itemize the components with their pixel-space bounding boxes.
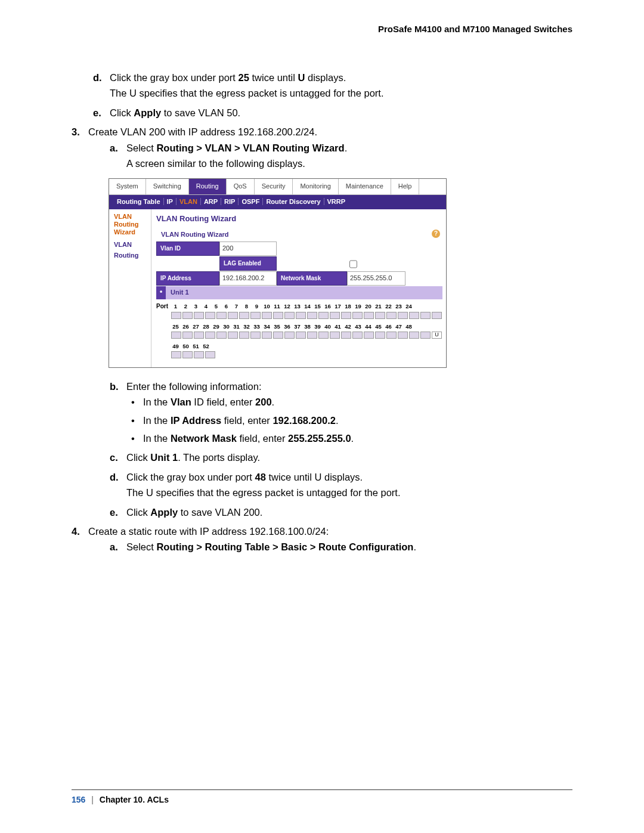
port-box-48[interactable]: U [432, 332, 442, 339]
subnav-vrrp[interactable]: VRRP [324, 198, 349, 205]
port-box-45[interactable] [398, 332, 408, 339]
port-box-3[interactable] [194, 312, 204, 319]
port-box-23[interactable] [420, 312, 431, 319]
ip-address-input[interactable]: 192.168.200.2 [219, 271, 277, 286]
port-box-20[interactable] [386, 312, 397, 319]
tab-qos[interactable]: QoS [227, 179, 255, 194]
port-box-49[interactable] [171, 351, 181, 358]
port-box-26[interactable] [182, 332, 193, 339]
lag-enabled-label: LAG Enabled [219, 256, 277, 271]
port-box-29[interactable] [216, 332, 227, 339]
vlan-id-input[interactable]: 200 [219, 241, 277, 256]
port-box-38[interactable] [318, 332, 329, 339]
step-e: e. Click Apply to save VLAN 50. [93, 105, 572, 120]
port-box-42[interactable] [364, 332, 374, 339]
port-box-11[interactable] [284, 312, 295, 319]
port-num-1: 1 [171, 302, 181, 311]
port-num-39: 39 [312, 322, 323, 331]
port-box-43[interactable] [375, 332, 385, 339]
port-box-27[interactable] [194, 332, 204, 339]
unit-expand-icon[interactable]: • [156, 286, 166, 299]
port-box-52[interactable] [205, 351, 215, 358]
port-box-46[interactable] [409, 332, 419, 339]
port-box-44[interactable] [386, 332, 397, 339]
subnav-router-discovery[interactable]: Router Discovery [263, 198, 324, 205]
port-box-6[interactable] [228, 312, 238, 319]
port-label: Port [156, 302, 171, 311]
step-3: 3. Create VLAN 200 with IP address 192.1… [72, 124, 572, 171]
port-num-28: 28 [201, 322, 211, 331]
port-box-14[interactable] [318, 312, 329, 319]
port-num-22: 22 [383, 302, 394, 311]
port-num-13: 13 [292, 302, 302, 311]
step-d-note: The U specifies that the egress packet i… [110, 85, 572, 101]
tab-help[interactable]: Help [391, 179, 420, 194]
help-icon[interactable]: ? [432, 230, 440, 238]
port-box-31[interactable] [239, 332, 249, 339]
port-box-21[interactable] [398, 312, 408, 319]
port-box-40[interactable] [341, 332, 351, 339]
bullet-vlan-id: In the Vlan ID field, enter 200. [126, 394, 572, 410]
unit-row[interactable]: • Unit 1 [156, 286, 442, 299]
port-box-25[interactable] [171, 332, 181, 339]
step-3d: d. Click the gray box under port 48 twic… [110, 469, 572, 501]
port-num-7: 7 [231, 302, 242, 311]
port-box-28[interactable] [205, 332, 215, 339]
port-box-5[interactable] [216, 312, 227, 319]
port-box-4[interactable] [205, 312, 215, 319]
tab-maintenance[interactable]: Maintenance [339, 179, 391, 194]
subnav-routing-table[interactable]: Routing Table [114, 198, 164, 205]
port-box-34[interactable] [273, 332, 283, 339]
sidebar-item-vlan-routing[interactable]: VLAN Routing [114, 240, 147, 261]
port-box-1[interactable] [171, 312, 181, 319]
lag-enabled-checkbox[interactable] [349, 258, 357, 271]
port-box-37[interactable] [307, 332, 317, 339]
port-box-30[interactable] [228, 332, 238, 339]
subnav-vlan[interactable]: VLAN [177, 198, 201, 205]
tab-system[interactable]: System [109, 179, 146, 194]
port-box-9[interactable] [262, 312, 272, 319]
port-num-41: 41 [333, 322, 343, 331]
port-box-36[interactable] [296, 332, 306, 339]
sidebar-item-vlan-routing-wizard[interactable]: VLAN Routing Wizard [114, 213, 147, 237]
subnav-ip[interactable]: IP [164, 198, 177, 205]
port-box-47[interactable] [420, 332, 431, 339]
port-num-12: 12 [282, 302, 292, 311]
port-num-24: 24 [404, 302, 414, 311]
port-box-33[interactable] [262, 332, 272, 339]
port-box-2[interactable] [182, 312, 193, 319]
subnav-rip[interactable]: RIP [221, 198, 239, 205]
port-box-8[interactable] [250, 312, 261, 319]
port-box-19[interactable] [375, 312, 385, 319]
tab-security[interactable]: Security [255, 179, 293, 194]
port-box-24[interactable] [432, 312, 442, 319]
subnav-ospf[interactable]: OSPF [239, 198, 263, 205]
port-num-51: 51 [191, 342, 201, 351]
port-box-15[interactable] [330, 312, 340, 319]
port-num-44: 44 [363, 322, 373, 331]
port-box-18[interactable] [364, 312, 374, 319]
port-num-20: 20 [363, 302, 373, 311]
sub-nav: Routing TableIPVLANARPRIPOSPFRouter Disc… [109, 195, 446, 209]
port-box-10[interactable] [273, 312, 283, 319]
port-box-16[interactable] [341, 312, 351, 319]
tab-routing[interactable]: Routing [189, 179, 227, 194]
port-box-39[interactable] [330, 332, 340, 339]
tab-switching[interactable]: Switching [146, 179, 189, 194]
tab-monitoring[interactable]: Monitoring [293, 179, 338, 194]
network-mask-input[interactable]: 255.255.255.0 [347, 271, 405, 286]
port-box-17[interactable] [352, 312, 363, 319]
port-box-41[interactable] [352, 332, 363, 339]
network-mask-label: Network Mask [277, 271, 347, 286]
port-box-7[interactable] [239, 312, 249, 319]
port-box-35[interactable] [284, 332, 295, 339]
port-box-50[interactable] [182, 351, 193, 358]
port-box-51[interactable] [194, 351, 204, 358]
port-num-33: 33 [252, 322, 262, 331]
port-box-32[interactable] [250, 332, 261, 339]
port-box-22[interactable] [409, 312, 419, 319]
port-box-12[interactable] [296, 312, 306, 319]
port-num-36: 36 [282, 322, 292, 331]
subnav-arp[interactable]: ARP [201, 198, 221, 205]
port-box-13[interactable] [307, 312, 317, 319]
